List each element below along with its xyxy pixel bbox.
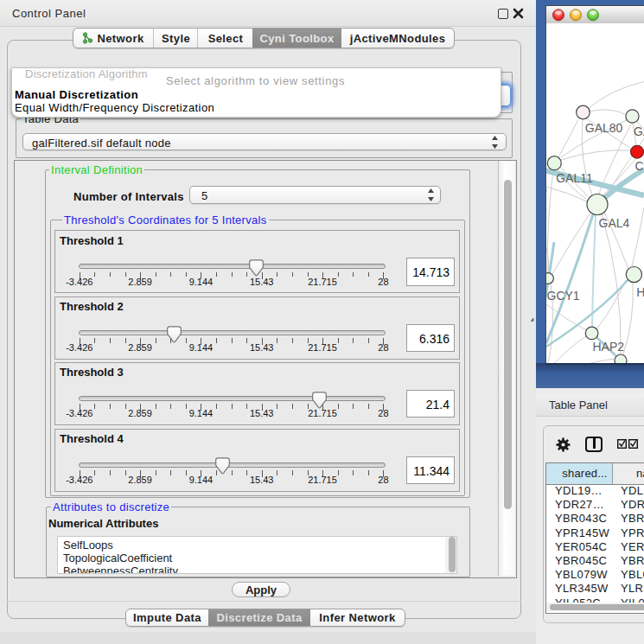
svg-text:GAL80: GAL80 [585, 121, 623, 135]
svg-text:H: H [636, 285, 644, 299]
svg-text:GAL4: GAL4 [599, 216, 630, 230]
svg-text:GAL11: GAL11 [556, 171, 593, 185]
svg-text:HAP2: HAP2 [593, 340, 625, 354]
svg-text:GCY1: GCY1 [547, 289, 580, 303]
svg-text:C: C [635, 159, 644, 173]
svg-text:GA: GA [634, 124, 644, 138]
